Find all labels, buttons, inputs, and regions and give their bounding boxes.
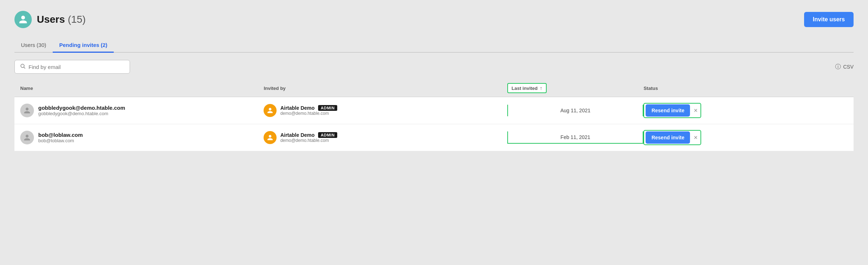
user-avatar-1: [20, 104, 34, 117]
svg-line-1: [24, 67, 25, 69]
invited-by-cell-2: Airtable Demo ADMIN demo@demo.htable.com: [264, 131, 507, 144]
col-header-status: Status: [643, 83, 819, 93]
user-avatar-2: [20, 131, 34, 144]
col-header-invited-by: Invited by: [264, 83, 507, 93]
csv-button[interactable]: ⓘ CSV: [835, 63, 854, 71]
csv-label: CSV: [843, 64, 854, 70]
user-email-1: gobbledygook@demo.htable.com: [38, 111, 125, 116]
sort-icon: ↑: [540, 85, 542, 91]
status-cell-1: Resend invite ×: [643, 103, 819, 118]
invited-by-cell-1: Airtable Demo ADMIN demo@demo.htable.com: [264, 104, 507, 117]
user-name-2: bob@loblaw.com: [38, 132, 83, 138]
table-row: bob@loblaw.com bob@loblaw.com Airtable D…: [14, 124, 854, 151]
data-table-area: Name Invited by Last invited ↑ Status: [14, 79, 854, 151]
last-invited-1: Aug 11, 2021: [507, 105, 644, 116]
inviter-name-2: Airtable Demo: [280, 132, 314, 138]
tab-pending-invites[interactable]: Pending invites (2): [53, 38, 114, 53]
inviter-avatar-1: [264, 104, 277, 117]
search-input[interactable]: [29, 64, 125, 70]
resend-invite-button-1[interactable]: Resend invite: [646, 104, 690, 117]
tabs-container: Users (30) Pending invites (2): [14, 38, 854, 53]
invite-users-button[interactable]: Invite users: [804, 12, 854, 27]
search-container: [14, 60, 130, 74]
user-name-1: gobbledygook@demo.htable.com: [38, 105, 125, 111]
admin-badge-2: ADMIN: [318, 132, 337, 138]
csv-info-icon: ⓘ: [835, 63, 841, 71]
table-row: gobbledygook@demo.htable.com gobbledygoo…: [14, 97, 854, 124]
page-wrapper: Users (15) Invite users Users (30) Pendi…: [0, 0, 868, 265]
page-header: Users (15) Invite users: [14, 11, 854, 28]
col-header-last-invited[interactable]: Last invited ↑: [507, 83, 644, 93]
header-left: Users (15): [14, 11, 86, 28]
search-row: ⓘ CSV: [14, 60, 854, 74]
resend-invite-button-2[interactable]: Resend invite: [646, 131, 690, 144]
search-icon: [20, 63, 26, 70]
table-header: Name Invited by Last invited ↑ Status: [14, 79, 854, 97]
user-email-2: bob@loblaw.com: [38, 138, 83, 143]
inviter-email-2: demo@demo.htable.com: [280, 138, 337, 143]
page-title: Users (15): [37, 14, 86, 25]
tab-users[interactable]: Users (30): [14, 38, 53, 53]
inviter-name-1: Airtable Demo: [280, 105, 314, 111]
close-button-2[interactable]: ×: [692, 134, 699, 141]
user-cell-2: bob@loblaw.com bob@loblaw.com: [20, 131, 264, 144]
last-invited-2: Feb 11, 2021: [507, 131, 644, 144]
admin-badge-1: ADMIN: [318, 105, 337, 111]
inviter-email-1: demo@demo.htable.com: [280, 111, 337, 116]
col-header-name: Name: [20, 83, 264, 93]
status-cell-2: Resend invite ×: [643, 130, 819, 145]
user-cell-1: gobbledygook@demo.htable.com gobbledygoo…: [20, 104, 264, 117]
users-icon: [14, 11, 32, 28]
close-button-1[interactable]: ×: [692, 107, 699, 114]
svg-point-0: [21, 64, 24, 68]
inviter-avatar-2: [264, 131, 277, 144]
